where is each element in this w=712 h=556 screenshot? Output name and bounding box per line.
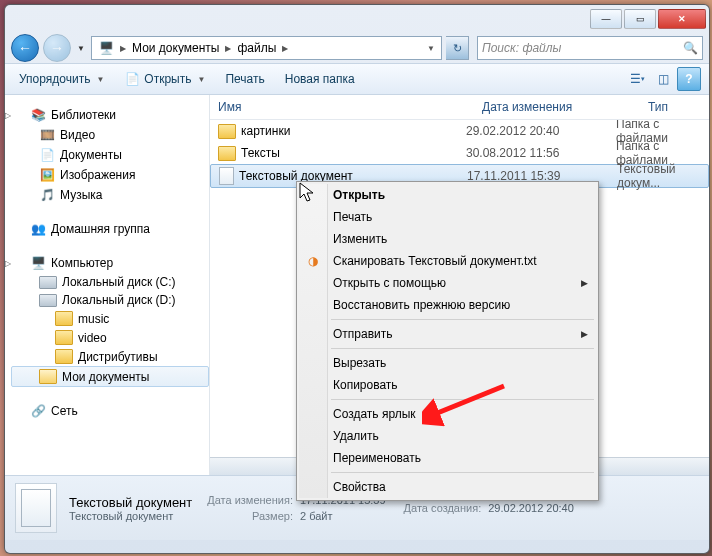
folder-icon bbox=[218, 124, 236, 139]
ctx-restore[interactable]: Восстановить прежнюю версию bbox=[299, 294, 596, 316]
ctx-scan[interactable]: ◑Сканировать Текстовый документ.txt bbox=[299, 250, 596, 272]
libraries-node[interactable]: ▷📚Библиотеки bbox=[11, 105, 209, 125]
details-created-value: 29.02.2012 20:40 bbox=[487, 501, 575, 515]
ctx-print[interactable]: Печать bbox=[299, 206, 596, 228]
nav-row: ← → ▼ 🖥️ ▶ Мои документы ▶ файлы ▶ ▼ ↻ П… bbox=[5, 33, 709, 63]
ctx-edit[interactable]: Изменить bbox=[299, 228, 596, 250]
preview-pane-button[interactable]: ◫ bbox=[651, 67, 675, 91]
back-button[interactable]: ← bbox=[11, 34, 39, 62]
details-mod-label: Дата изменения: bbox=[206, 493, 297, 507]
ctx-properties[interactable]: Свойства bbox=[299, 476, 596, 498]
nav-history-dropdown[interactable]: ▼ bbox=[75, 37, 87, 59]
context-menu[interactable]: Открыть Печать Изменить ◑Сканировать Тек… bbox=[296, 181, 599, 501]
folder-dist[interactable]: Дистрибутивы bbox=[11, 347, 209, 366]
view-options-button[interactable]: ☰▾ bbox=[625, 67, 649, 91]
libraries-video[interactable]: 🎞️Видео bbox=[11, 125, 209, 145]
forward-button[interactable]: → bbox=[43, 34, 71, 62]
breadcrumb-seg-2[interactable]: файлы bbox=[234, 38, 279, 58]
chevron-right-icon[interactable]: ▶ bbox=[117, 44, 129, 53]
chevron-right-icon[interactable]: ▶ bbox=[222, 44, 234, 53]
file-date: 29.02.2012 20:40 bbox=[466, 124, 616, 138]
navigation-pane[interactable]: ▷📚Библиотеки 🎞️Видео 📄Документы 🖼️Изобра… bbox=[5, 95, 210, 475]
file-large-icon bbox=[15, 483, 57, 533]
ctx-open[interactable]: Открыть bbox=[299, 184, 596, 206]
address-dropdown[interactable]: ▼ bbox=[424, 44, 438, 53]
libraries-pictures[interactable]: 🖼️Изображения bbox=[11, 165, 209, 185]
details-title: Текстовый документ bbox=[69, 495, 192, 510]
ctx-delete[interactable]: Удалить bbox=[299, 425, 596, 447]
search-placeholder: Поиск: файлы bbox=[482, 41, 561, 55]
maximize-button[interactable]: ▭ bbox=[624, 9, 656, 29]
network-node[interactable]: 🔗Сеть bbox=[11, 401, 209, 421]
file-type: Текстовый докум... bbox=[617, 162, 708, 190]
title-bar[interactable]: — ▭ ✕ bbox=[5, 5, 709, 33]
folder-music[interactable]: music bbox=[11, 309, 209, 328]
chevron-right-icon[interactable]: ▶ bbox=[279, 44, 291, 53]
file-row[interactable]: Тексты30.08.2012 11:56Папка с файлами bbox=[210, 142, 709, 164]
col-name[interactable]: Имя bbox=[210, 100, 474, 114]
col-type[interactable]: Тип bbox=[640, 100, 709, 114]
details-created-label: Дата создания: bbox=[403, 501, 486, 515]
minimize-button[interactable]: — bbox=[590, 9, 622, 29]
separator bbox=[331, 472, 594, 473]
details-size-value: 2 байт bbox=[299, 509, 387, 523]
separator bbox=[331, 319, 594, 320]
file-name: картинки bbox=[241, 124, 290, 138]
libraries-documents[interactable]: 📄Документы bbox=[11, 145, 209, 165]
ctx-send-to[interactable]: Отправить▶ bbox=[299, 323, 596, 345]
scan-icon: ◑ bbox=[305, 253, 321, 269]
print-button[interactable]: Печать bbox=[219, 68, 270, 90]
column-headers[interactable]: Имя Дата изменения Тип bbox=[210, 95, 709, 120]
drive-d[interactable]: Локальный диск (D:) bbox=[11, 291, 209, 309]
address-bar[interactable]: 🖥️ ▶ Мои документы ▶ файлы ▶ ▼ bbox=[91, 36, 442, 60]
details-size-label: Размер: bbox=[206, 509, 297, 523]
ctx-open-with[interactable]: Открыть с помощью▶ bbox=[299, 272, 596, 294]
command-bar: Упорядочить▼ 📄Открыть▼ Печать Новая папк… bbox=[5, 63, 709, 95]
document-icon bbox=[219, 167, 234, 185]
folder-mydocs[interactable]: Мои документы bbox=[11, 366, 209, 387]
help-button[interactable]: ? bbox=[677, 67, 701, 91]
col-date[interactable]: Дата изменения bbox=[474, 100, 640, 114]
homegroup-node[interactable]: 👥Домашняя группа bbox=[11, 219, 209, 239]
refresh-button[interactable]: ↻ bbox=[446, 36, 469, 60]
folder-icon bbox=[218, 146, 236, 161]
drive-c[interactable]: Локальный диск (C:) bbox=[11, 273, 209, 291]
chevron-right-icon: ▶ bbox=[581, 329, 588, 339]
file-date: 30.08.2012 11:56 bbox=[466, 146, 616, 160]
ctx-rename[interactable]: Переименовать bbox=[299, 447, 596, 469]
ctx-cut[interactable]: Вырезать bbox=[299, 352, 596, 374]
search-input[interactable]: Поиск: файлы 🔍 bbox=[477, 36, 703, 60]
file-name: Тексты bbox=[241, 146, 280, 160]
folder-video[interactable]: video bbox=[11, 328, 209, 347]
libraries-music[interactable]: 🎵Музыка bbox=[11, 185, 209, 205]
close-button[interactable]: ✕ bbox=[658, 9, 706, 29]
open-button[interactable]: 📄Открыть▼ bbox=[118, 68, 211, 90]
ctx-copy[interactable]: Копировать bbox=[299, 374, 596, 396]
ctx-shortcut[interactable]: Создать ярлык bbox=[299, 403, 596, 425]
new-folder-button[interactable]: Новая папка bbox=[279, 68, 361, 90]
breadcrumb-root[interactable]: 🖥️ bbox=[95, 38, 117, 58]
search-icon[interactable]: 🔍 bbox=[683, 41, 698, 55]
organize-button[interactable]: Упорядочить▼ bbox=[13, 68, 110, 90]
breadcrumb-seg-1[interactable]: Мои документы bbox=[129, 38, 222, 58]
details-subtitle: Текстовый документ bbox=[69, 510, 192, 522]
separator bbox=[331, 348, 594, 349]
chevron-right-icon: ▶ bbox=[581, 278, 588, 288]
separator bbox=[331, 399, 594, 400]
computer-node[interactable]: ▷🖥️Компьютер bbox=[11, 253, 209, 273]
